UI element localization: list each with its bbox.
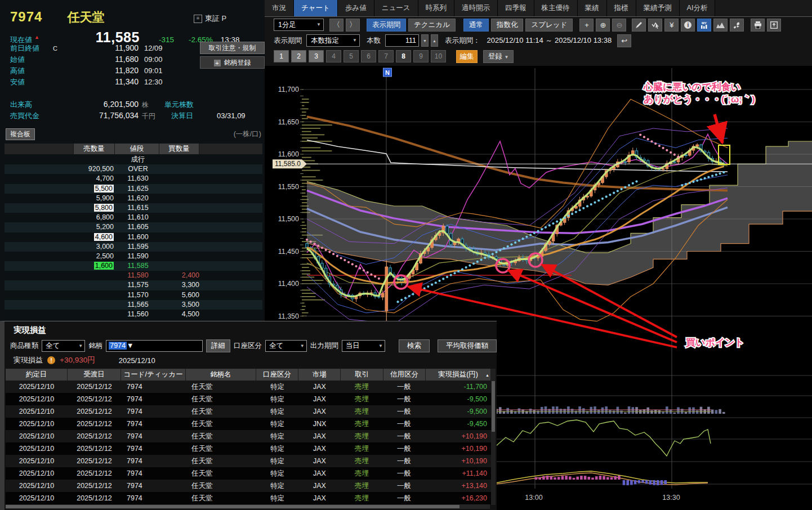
pattern-button-2[interactable]: 2 (291, 50, 306, 62)
pnl-header-5[interactable]: 市場 (298, 369, 340, 381)
indexed-mode-button[interactable]: 指数化 (491, 19, 524, 32)
orderbook-row[interactable]: 成行 (5, 155, 262, 164)
buy-qty-cell[interactable] (160, 232, 203, 242)
pattern-button-5[interactable]: 5 (343, 50, 359, 62)
orderbook-row[interactable]: 11,5802,400 (5, 271, 262, 280)
tab-市況[interactable]: 市況 (265, 0, 294, 16)
buy-qty-cell[interactable] (160, 222, 203, 232)
sell-qty-cell[interactable]: 5,800 (73, 203, 116, 213)
register-pattern-button[interactable]: 登録 ▼ (483, 50, 514, 63)
zoom-in-icon[interactable]: ⊕ (596, 19, 610, 32)
buy-qty-cell[interactable] (160, 242, 203, 252)
export-icon[interactable] (767, 19, 781, 32)
pnl-header-6[interactable]: 取引 (341, 369, 382, 381)
buy-qty-cell[interactable] (160, 184, 203, 194)
count-up-spinner[interactable]: ▲ (431, 34, 438, 47)
pnl-header-1[interactable]: 受渡日 (68, 369, 121, 381)
draw-tool-icon[interactable] (632, 19, 646, 32)
sort-asc-icon[interactable]: ▲ (485, 369, 489, 381)
buy-qty-cell[interactable]: 3,300 (160, 280, 203, 290)
yen-scale-icon[interactable]: ¥ (664, 19, 679, 32)
detail-button[interactable]: 詳細 (206, 339, 230, 352)
orderbook-row[interactable]: 920,500OVER (5, 164, 262, 174)
spread-mode-button[interactable]: スプレッド (525, 19, 573, 32)
tab-業績[interactable]: 業績 (578, 0, 607, 16)
my-chart-icon[interactable]: MY (697, 19, 711, 32)
orderbook-row[interactable]: 11,5705,600 (5, 290, 262, 300)
print-icon[interactable] (751, 19, 765, 32)
orderbook-row[interactable]: 5,20011,605 (5, 222, 262, 232)
orderbook-row[interactable]: 11,5753,300 (5, 280, 262, 290)
sell-qty-cell[interactable]: 5,500 (73, 184, 116, 194)
price-cell[interactable]: 11,565 (116, 300, 160, 310)
pattern-button-6[interactable]: 6 (361, 50, 376, 62)
sell-qty-cell[interactable]: 3,000 (73, 242, 116, 252)
price-cell[interactable]: 11,620 (116, 194, 160, 203)
buy-qty-cell[interactable]: 4,500 (160, 310, 203, 319)
pnl-row[interactable]: 2025/12/102025/12/127974任天堂特定JAX売埋一般+10,… (6, 455, 491, 467)
orderbook-row[interactable]: 5,80011,615 (5, 203, 262, 213)
tab-指標[interactable]: 指標 (607, 0, 636, 16)
output-period-select[interactable]: 当日▼ (342, 340, 385, 352)
buy-qty-cell[interactable] (160, 261, 203, 271)
pattern-button-10[interactable]: 10 (431, 50, 446, 62)
sell-qty-cell[interactable]: 2,500 (73, 252, 116, 261)
tab-適時開示[interactable]: 適時開示 (454, 0, 498, 16)
pnl-horizontal-scrollbar[interactable] (6, 504, 490, 509)
pnl-row[interactable]: 2025/12/102025/12/127974任天堂特定JAX売埋一般+10,… (6, 430, 491, 442)
buy-qty-cell[interactable] (160, 155, 203, 164)
reset-range-icon[interactable]: ↩ (617, 34, 631, 47)
orderbook-row[interactable]: 2,50011,590 (5, 252, 262, 261)
orderbook-row[interactable]: 1,60011,585 (5, 261, 262, 271)
price-cell[interactable]: 11,605 (116, 222, 160, 232)
normal-mode-button[interactable]: 通常 (463, 19, 489, 32)
orderbook-row[interactable]: 11,5653,500 (5, 300, 262, 310)
pnl-row[interactable]: 2025/12/102025/12/127974任天堂特定JAX売埋一般-9,5… (6, 393, 491, 405)
technical-button[interactable]: テクニカル (408, 19, 456, 32)
symbol-input[interactable]: 7974▼ (106, 340, 203, 352)
tab-歩み値[interactable]: 歩み値 (338, 0, 374, 16)
display-period-button[interactable]: 表示期間 (367, 19, 406, 32)
price-cell[interactable]: 11,615 (116, 203, 160, 213)
crosshair-icon[interactable]: + (579, 19, 594, 32)
buy-qty-cell[interactable] (160, 164, 203, 174)
sell-qty-cell[interactable]: 5,200 (73, 222, 116, 232)
count-down-spinner[interactable]: ▼ (421, 34, 429, 47)
sell-qty-cell[interactable] (73, 310, 116, 319)
tab-四季報[interactable]: 四季報 (498, 0, 534, 16)
buy-qty-cell[interactable]: 2,400 (160, 271, 203, 280)
buy-qty-cell[interactable]: 5,600 (160, 290, 203, 300)
price-cell[interactable]: 11,610 (116, 213, 160, 222)
sell-qty-cell[interactable]: 1,600 (73, 261, 116, 271)
pattern-button-4[interactable]: 4 (326, 50, 341, 62)
sell-qty-cell[interactable]: 920,500 (73, 164, 116, 174)
trade-warning-button[interactable]: 取引注意・規制 (200, 42, 265, 54)
orderbook-row[interactable]: 3,00011,595 (5, 242, 262, 252)
sell-qty-cell[interactable]: 4,600 (73, 232, 116, 242)
tab-チャート[interactable]: チャート (294, 0, 338, 16)
sell-qty-cell[interactable]: 6,800 (73, 213, 116, 222)
chart-cursor-icon[interactable] (648, 19, 662, 32)
price-cell[interactable]: 11,580 (116, 271, 160, 280)
sell-qty-cell[interactable]: 5,900 (73, 194, 116, 203)
sell-qty-cell[interactable]: 4,700 (73, 174, 116, 184)
pnl-row[interactable]: 2025/12/102025/12/127974任天堂特定JAX売埋一般-9,5… (6, 405, 491, 418)
price-cell[interactable]: 成行 (116, 155, 160, 164)
pnl-header-3[interactable]: 銘柄名 (186, 369, 256, 381)
pattern-button-3[interactable]: 3 (309, 50, 324, 62)
sell-qty-cell[interactable] (73, 280, 116, 290)
buy-qty-cell[interactable] (160, 203, 203, 213)
price-cell[interactable]: 11,630 (116, 174, 160, 184)
buy-qty-cell[interactable] (160, 194, 203, 203)
pnl-header-7[interactable]: 信用区分 (383, 369, 425, 381)
info-icon[interactable]: i (681, 19, 695, 32)
composite-board-button[interactable]: 複合板 (6, 128, 35, 140)
sell-qty-cell[interactable] (73, 290, 116, 300)
pattern-button-7[interactable]: 7 (378, 50, 394, 62)
prev-button[interactable]: 〈 (329, 19, 343, 32)
tab-ニュース[interactable]: ニュース (374, 0, 418, 16)
period-mode-select[interactable]: 本数指定▼ (306, 34, 360, 47)
pnl-header-0[interactable]: 約定日 (6, 369, 67, 381)
buy-qty-cell[interactable] (160, 213, 203, 222)
product-type-select[interactable]: 全て▼ (42, 340, 85, 352)
